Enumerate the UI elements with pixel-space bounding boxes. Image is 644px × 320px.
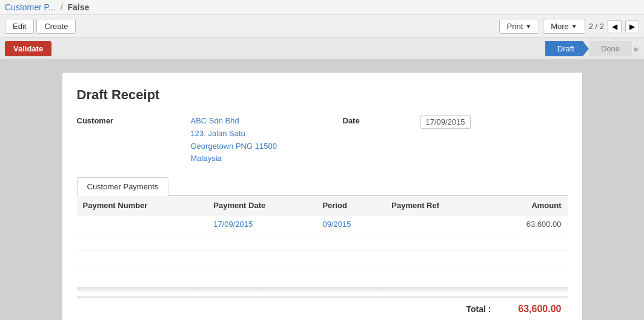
table-header-row: Payment Number Payment Date Period Payme… — [77, 196, 568, 215]
print-button[interactable]: Print ▼ — [499, 19, 540, 34]
toolbar: Edit Create Print ▼ More ▼ 2 / 2 ◀ ▶ — [0, 15, 644, 38]
receipt-fields: Customer ABC Sdn Bhd 123, Jalan Satu Geo… — [77, 115, 568, 165]
receipt-card: Draft Receipt Customer ABC Sdn Bhd 123, … — [62, 72, 583, 320]
print-label: Print — [507, 22, 523, 31]
prev-button[interactable]: ◀ — [608, 20, 622, 33]
customer-address-line3: Malaysia — [191, 152, 338, 165]
print-caret-icon: ▼ — [525, 23, 531, 30]
col-payment-ref: Payment Ref — [385, 196, 487, 215]
breadcrumb-parent[interactable]: Customer P... — [5, 2, 56, 12]
col-period: Period — [316, 196, 385, 215]
empty-row-1 — [77, 233, 568, 250]
empty-row-2 — [77, 250, 568, 267]
customer-address: ABC Sdn Bhd 123, Jalan Satu Georgetown P… — [191, 115, 338, 165]
customer-address-line2: Georgetown PNG 11500 — [191, 140, 338, 153]
cell-payment-number — [77, 215, 208, 233]
steps-arrow-icon: ▸ — [634, 43, 639, 54]
status-steps: Draft Done ▸ — [545, 41, 639, 56]
col-payment-date: Payment Date — [207, 196, 316, 215]
date-label: Date — [343, 115, 416, 165]
edit-button[interactable]: Edit — [5, 19, 34, 34]
main-content: Draft Receipt Customer ABC Sdn Bhd 123, … — [0, 60, 644, 320]
create-button[interactable]: Create — [36, 19, 76, 34]
status-bar: Validate Draft Done ▸ — [0, 38, 644, 60]
toolbar-right: Print ▼ More ▼ 2 / 2 ◀ ▶ — [499, 19, 639, 34]
total-value: 63,600.00 — [501, 304, 562, 315]
date-value: 17/09/2015 — [420, 115, 471, 129]
table-row: 17/09/2015 09/2015 63,600.00 — [77, 215, 568, 233]
tabs: Customer Payments — [77, 177, 568, 196]
cell-period: 09/2015 — [316, 215, 385, 233]
scrollbar[interactable] — [77, 287, 568, 292]
next-button[interactable]: ▶ — [625, 20, 639, 33]
payments-table: Payment Number Payment Date Period Payme… — [77, 196, 568, 284]
step-done: Done — [589, 41, 632, 56]
col-payment-number: Payment Number — [77, 196, 208, 215]
cell-payment-date: 17/09/2015 — [207, 215, 316, 233]
more-button[interactable]: More ▼ — [543, 19, 585, 34]
breadcrumb: Customer P... / False — [5, 2, 89, 12]
step-draft: Draft — [545, 41, 589, 56]
breadcrumb-bar: Customer P... / False — [0, 0, 644, 15]
step-done-label: Done — [601, 44, 620, 53]
validate-button[interactable]: Validate — [5, 41, 51, 56]
customer-label: Customer — [77, 115, 186, 165]
step-draft-label: Draft — [557, 44, 574, 53]
date-field: 17/09/2015 — [420, 115, 568, 165]
tab-customer-payments[interactable]: Customer Payments — [77, 177, 169, 196]
breadcrumb-separator: / — [61, 2, 63, 12]
table-header: Payment Number Payment Date Period Payme… — [77, 196, 568, 215]
cell-amount: 63,600.00 — [487, 215, 567, 233]
total-label: Total : — [466, 304, 491, 314]
more-label: More — [551, 22, 569, 31]
empty-row-3 — [77, 267, 568, 284]
col-amount: Amount — [487, 196, 567, 215]
table-body: 17/09/2015 09/2015 63,600.00 — [77, 215, 568, 284]
customer-name[interactable]: ABC Sdn Bhd — [191, 115, 338, 128]
customer-address-line1: 123, Jalan Satu — [191, 128, 338, 140]
receipt-title: Draft Receipt — [77, 87, 568, 103]
total-row: Total : 63,600.00 — [77, 296, 568, 315]
more-caret-icon: ▼ — [571, 23, 577, 30]
breadcrumb-current: False — [67, 2, 89, 12]
pagination-text: 2 / 2 — [589, 22, 604, 31]
cell-payment-ref — [385, 215, 487, 233]
